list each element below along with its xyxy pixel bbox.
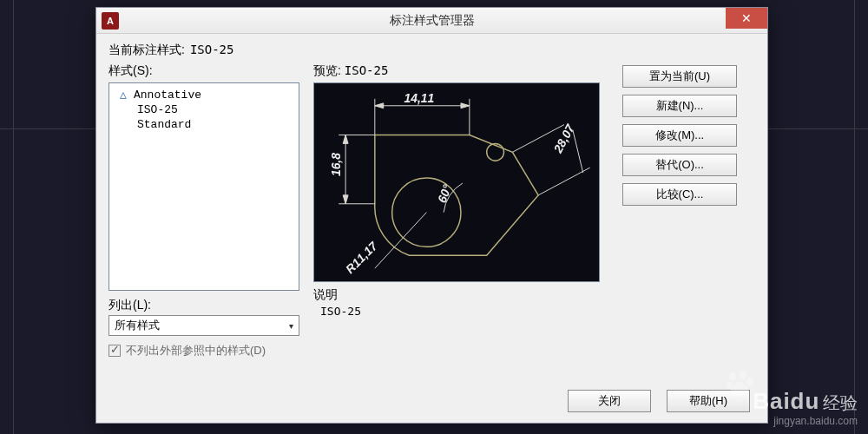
cad-grid-line	[854, 0, 855, 434]
dim-diag: 28,07	[550, 121, 577, 155]
compare-button[interactable]: 比较(C)...	[622, 183, 737, 206]
preview-pane: 14,11 16,8 28,07 60° R11,17	[313, 82, 600, 282]
checkbox-label: 不列出外部参照中的样式(D)	[126, 343, 266, 358]
list-item-label: ISO-25	[137, 103, 178, 116]
dialog-title: 标注样式管理器	[96, 13, 767, 29]
svg-marker-5	[375, 103, 384, 108]
svg-marker-11	[343, 195, 348, 204]
close-dialog-button[interactable]: 关闭	[568, 390, 651, 412]
styles-listbox[interactable]: △ Annotative ISO-25 Standard	[108, 82, 299, 291]
app-icon: A	[102, 12, 119, 30]
dim-top: 14,11	[404, 91, 435, 105]
dim-left: 16,8	[329, 153, 343, 176]
current-style-value: ISO-25	[190, 43, 234, 58]
svg-point-16	[729, 372, 736, 381]
svg-line-14	[573, 130, 583, 174]
svg-marker-6	[461, 103, 470, 108]
list-item-label: Standard	[137, 118, 191, 131]
new-button[interactable]: 新建(N)...	[622, 95, 737, 117]
svg-point-18	[746, 378, 753, 386]
description-text: ISO-25	[313, 303, 608, 319]
set-current-button[interactable]: 置为当前(U)	[622, 65, 737, 88]
list-item-label: Annotative	[130, 89, 201, 102]
close-button[interactable]: ✕	[726, 8, 767, 29]
baidu-paw-icon	[724, 368, 755, 399]
preview-label: 预览: ISO-25	[313, 63, 608, 79]
watermark-cn: 经验	[823, 393, 858, 412]
current-style-label: 当前标注样式:	[108, 43, 185, 58]
cad-grid-line	[13, 0, 14, 434]
list-filter-dropdown[interactable]: 所有样式 ▾	[108, 315, 299, 336]
chevron-down-icon: ▾	[289, 321, 293, 331]
preview-style-name: ISO-25	[345, 63, 389, 77]
svg-point-19	[727, 382, 733, 390]
annotative-icon: △	[116, 88, 130, 102]
xref-checkbox-row[interactable]: 不列出外部参照中的样式(D)	[108, 343, 299, 358]
list-item[interactable]: △ Annotative	[111, 87, 297, 102]
dim-radius: R11,17	[343, 238, 381, 276]
watermark: Baidu 经验 jingyan.baidu.com	[753, 388, 858, 427]
styles-label: 样式(S):	[108, 63, 299, 79]
svg-marker-10	[343, 135, 348, 143]
svg-point-17	[740, 371, 746, 379]
svg-line-15	[375, 213, 426, 268]
dropdown-value: 所有样式	[115, 318, 160, 333]
dimension-style-manager-dialog: A 标注样式管理器 ✕ 当前标注样式: ISO-25 样式(S): △ Anno…	[95, 7, 768, 424]
override-button[interactable]: 替代(O)...	[622, 154, 737, 176]
dim-angle: 60°	[435, 182, 454, 205]
watermark-url: jingyan.baidu.com	[753, 415, 858, 427]
svg-point-1	[487, 143, 504, 161]
modify-button[interactable]: 修改(M)...	[622, 124, 737, 147]
titlebar[interactable]: A 标注样式管理器 ✕	[96, 8, 767, 34]
svg-line-13	[538, 168, 589, 195]
checkbox-icon	[108, 345, 121, 357]
description-label: 说明	[313, 287, 608, 303]
list-item[interactable]: ISO-25	[111, 102, 297, 117]
list-out-label: 列出(L):	[108, 298, 299, 313]
close-icon: ✕	[741, 11, 752, 25]
list-item[interactable]: Standard	[111, 117, 297, 132]
